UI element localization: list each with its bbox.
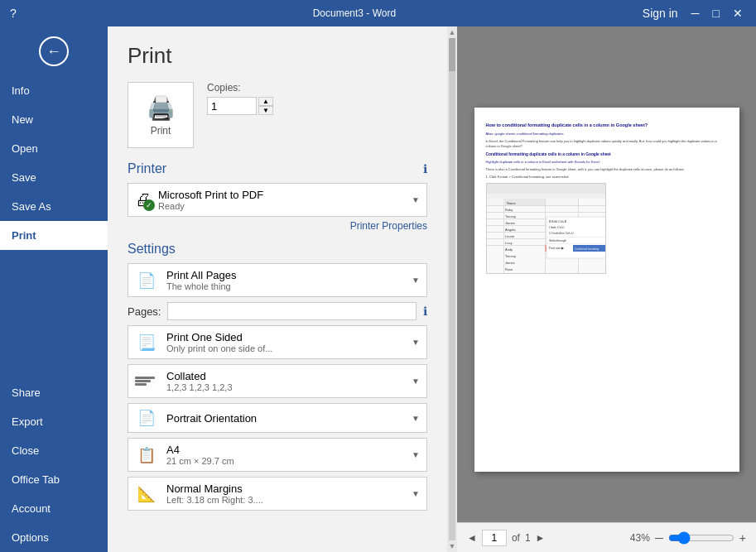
preview-h2-1-sub: Highlight duplicate cells in a column in…	[486, 160, 728, 165]
setting-collated[interactable]: Collated 1,2,3 1,2,3 1,2,3 ▼	[128, 364, 427, 398]
printer-details: Microsoft Print to PDF Ready	[158, 189, 263, 211]
printer-info-icon[interactable]: ℹ	[423, 162, 427, 175]
copies-input-row: ▲ ▼	[207, 97, 273, 115]
help-icon[interactable]: ?	[7, 7, 20, 20]
back-button[interactable]: ←	[39, 36, 69, 66]
svg-rect-13	[545, 199, 546, 274]
ready-badge: ✓	[143, 199, 155, 211]
svg-text:I  Italic        Ctrl+I: I Italic Ctrl+I	[549, 226, 565, 229]
collated-line-1	[135, 377, 155, 379]
paper-size-main: A4	[166, 444, 234, 456]
svg-text:Angela: Angela	[505, 228, 516, 232]
pages-label: Pages:	[128, 305, 161, 318]
collated-icon-graphic	[135, 377, 155, 386]
setting-paper-size[interactable]: 📋 A4 21 cm × 29.7 cm ▼	[128, 438, 427, 472]
collated-text: Collated 1,2,3 1,2,3 1,2,3	[166, 370, 233, 392]
svg-text:Lucy: Lucy	[505, 241, 512, 245]
svg-text:Ruby: Ruby	[505, 208, 513, 212]
printer-info: 🖨 ✓ Microsoft Print to PDF Ready	[135, 189, 263, 211]
svg-rect-33	[547, 237, 606, 238]
printer-properties-link[interactable]: Printer Properties	[128, 220, 427, 232]
minimize-button[interactable]: ─	[685, 0, 706, 26]
pages-sub: The whole thing	[166, 281, 237, 291]
sidebar-item-save-as[interactable]: Save As	[0, 192, 108, 221]
maximize-button[interactable]: □	[706, 0, 726, 26]
copies-down-button[interactable]: ▼	[258, 106, 273, 115]
pages-text: Print All Pages The whole thing	[166, 269, 237, 291]
sidebar-item-info[interactable]: Info	[0, 76, 108, 105]
print-area: Print 🖨️ Print Copies: ▲ ▼	[108, 26, 756, 552]
scroll-thumb[interactable]	[449, 38, 455, 71]
svg-text:James: James	[505, 261, 515, 265]
sidebar-nav: Info New Open Save Save As Print Share	[0, 76, 108, 552]
printer-section-title: Printer	[128, 161, 166, 176]
scroll-up-button[interactable]: ▲	[449, 28, 456, 36]
setting-pages-range[interactable]: 📄 Print All Pages The whole thing ▼	[128, 263, 427, 297]
one-sided-text: Print One Sided Only print on one side o…	[166, 331, 272, 353]
sidebar-item-share[interactable]: Share	[0, 378, 108, 407]
preview-body2: There is also a Conditional formatting f…	[486, 167, 728, 172]
setting-one-sided-left: 📃 Print One Sided Only print on one side…	[135, 331, 272, 353]
sidebar-item-account[interactable]: Account	[0, 494, 108, 523]
preview-body1: In Excel, the Conditional Formatting fea…	[486, 139, 728, 149]
collated-sub: 1,2,3 1,2,3 1,2,3	[166, 382, 233, 392]
pages-info-icon[interactable]: ℹ	[423, 305, 427, 318]
svg-text:Tommy: Tommy	[505, 214, 516, 218]
setting-pages-range-left: 📄 Print All Pages The whole thing	[135, 269, 237, 291]
svg-rect-2	[487, 199, 503, 205]
sidebar-item-export[interactable]: Export	[0, 407, 108, 436]
zoom-out-button[interactable]: ─	[655, 531, 663, 545]
svg-rect-4	[545, 199, 578, 205]
preview-content: How to conditional formatting duplicate …	[486, 122, 728, 274]
sidebar-item-save[interactable]: Save	[0, 163, 108, 192]
preview-nav: ◄ of 1 ► 43% ─ +	[457, 522, 756, 552]
pages-input[interactable]	[167, 302, 417, 320]
zoom-in-button[interactable]: +	[739, 531, 746, 545]
scroll-down-button[interactable]: ▼	[449, 542, 456, 550]
app-body: ← Info New Open Save Save As Print	[0, 26, 756, 552]
collated-line-3	[135, 383, 147, 386]
orientation-dropdown-arrow: ▼	[412, 414, 420, 423]
svg-rect-35	[547, 243, 606, 244]
setting-one-sided[interactable]: 📃 Print One Sided Only print on one side…	[128, 325, 427, 359]
setting-orientation[interactable]: 📄 Portrait Orientation ▼	[128, 403, 427, 433]
sidebar-item-print[interactable]: Print	[0, 221, 108, 250]
prev-page-button[interactable]: ◄	[467, 532, 477, 544]
setting-paper-size-left: 📋 A4 21 cm × 29.7 cm	[135, 444, 234, 466]
page-of-label: of	[512, 532, 520, 544]
print-icon: 🖨️	[147, 94, 176, 122]
sidebar-item-options[interactable]: Options	[0, 523, 108, 552]
sidebar-item-office-tab[interactable]: Office Tab	[0, 465, 108, 494]
setting-margins[interactable]: 📐 Normal Margins Left: 3.18 cm Right: 3.…	[128, 477, 427, 511]
titlebar-controls: Sign in ─ □ ✕	[636, 0, 749, 26]
print-button-label: Print	[151, 125, 171, 137]
margins-dropdown-arrow: ▼	[412, 489, 420, 498]
printer-select[interactable]: 🖨 ✓ Microsoft Print to PDF Ready ▼	[128, 183, 427, 217]
sidebar-bottom: Share Export Close Office Tab Account Op…	[0, 378, 108, 552]
svg-text:B  Bold         Ctrl+B: B Bold Ctrl+B	[549, 220, 567, 223]
svg-text:Tommy: Tommy	[505, 254, 516, 258]
pages-icon: 📄	[135, 271, 158, 290]
zoom-slider[interactable]	[668, 531, 734, 545]
print-button[interactable]: 🖨️ Print	[128, 82, 194, 148]
pages-dropdown-arrow: ▼	[412, 276, 420, 285]
paper-size-sub: 21 cm × 29.7 cm	[166, 456, 234, 466]
sidebar-item-open[interactable]: Open	[0, 134, 108, 163]
preview-page: How to conditional formatting duplicate …	[474, 108, 739, 472]
copies-input[interactable]	[207, 97, 257, 115]
left-panel-scrollbar[interactable]: ▲ ▼	[447, 26, 457, 552]
page-total: 1	[525, 532, 531, 544]
svg-text:Leone: Leone	[505, 234, 515, 238]
next-page-button[interactable]: ►	[536, 532, 546, 544]
signin-button[interactable]: Sign in	[636, 0, 685, 26]
preview-h1: How to conditional formatting duplicate …	[486, 122, 728, 129]
sidebar-item-new[interactable]: New	[0, 105, 108, 134]
one-sided-sub: Only print on one side of...	[166, 343, 272, 353]
page-number-input[interactable]	[482, 530, 507, 546]
copies-up-button[interactable]: ▲	[258, 97, 273, 106]
titlebar: ? Document3 - Word Sign in ─ □ ✕	[0, 0, 756, 26]
preview-area: → How to conditional formatting duplicat…	[457, 26, 756, 552]
sidebar-item-close[interactable]: Close	[0, 436, 108, 465]
close-button[interactable]: ✕	[726, 0, 749, 26]
svg-text:Strikethrough: Strikethrough	[549, 239, 566, 242]
